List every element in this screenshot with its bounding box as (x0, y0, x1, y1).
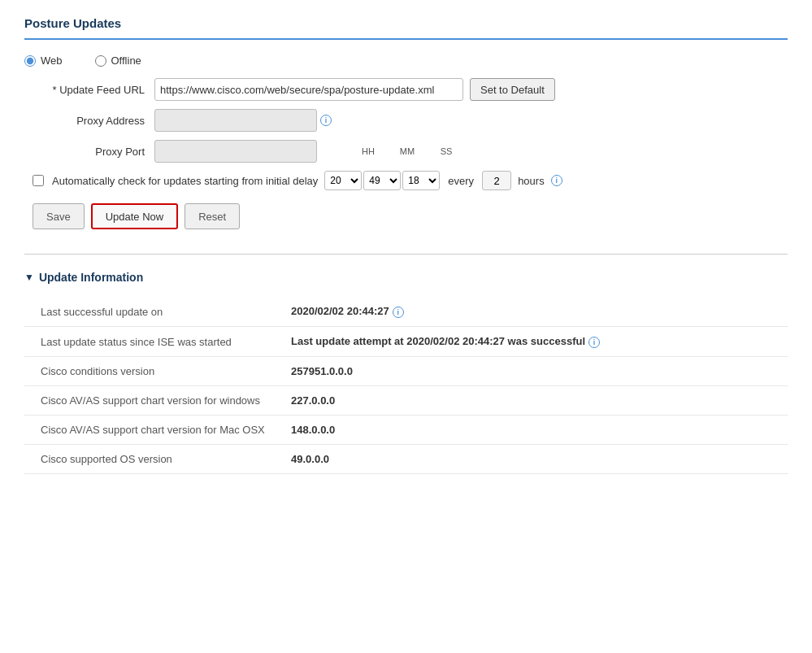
web-radio[interactable] (24, 55, 36, 67)
info-icon[interactable]: i (393, 307, 404, 318)
info-row-label: Cisco supported OS version (24, 445, 284, 474)
web-radio-option[interactable]: Web (24, 54, 63, 67)
update-feed-url-input[interactable] (154, 78, 463, 101)
update-now-button[interactable]: Update Now (91, 203, 179, 229)
time-headers: HH MM SS (350, 146, 465, 156)
proxy-address-row: Proxy Address i (24, 109, 788, 132)
time-selects: 20 49 18 (324, 171, 440, 190)
info-row-label: Cisco AV/AS support chart version for Ma… (24, 416, 284, 445)
update-feed-url-label: * Update Feed URL (24, 84, 154, 96)
auto-check-checkbox[interactable] (33, 175, 44, 186)
hours-label: hours (518, 175, 545, 187)
web-radio-label: Web (41, 54, 63, 67)
update-feed-url-row: * Update Feed URL Set to Default (24, 78, 788, 101)
proxy-port-label: Proxy Port (24, 146, 154, 158)
source-radio-group: Web Offline (24, 54, 788, 67)
info-row-value: 257951.0.0.0 (284, 357, 788, 386)
proxy-address-input[interactable] (154, 109, 317, 132)
offline-radio[interactable] (95, 55, 106, 67)
proxy-address-label: Proxy Address (24, 115, 154, 127)
every-input[interactable] (482, 171, 511, 190)
table-row: Cisco conditions version257951.0.0.0 (24, 357, 788, 386)
info-row-value: 49.0.0.0 (284, 445, 788, 474)
info-row-value: 148.0.0.0 (284, 416, 788, 445)
info-row-value: 2020/02/02 20:44:27i (284, 297, 788, 327)
auto-check-row: Automatically check for updates starting… (24, 171, 788, 190)
update-info-table: Last successful update on2020/02/02 20:4… (24, 297, 788, 474)
info-row-value: 227.0.0.0 (284, 386, 788, 416)
offline-radio-option[interactable]: Offline (95, 54, 141, 67)
mm-header: MM (389, 146, 426, 156)
save-button[interactable]: Save (33, 203, 85, 229)
info-row-value: Last update attempt at 2020/02/02 20:44:… (284, 327, 788, 357)
table-row: Last successful update on2020/02/02 20:4… (24, 297, 788, 327)
table-row: Cisco AV/AS support chart version for Ma… (24, 416, 788, 445)
hh-select[interactable]: 20 (324, 171, 362, 190)
set-to-default-button[interactable]: Set to Default (470, 78, 555, 101)
proxy-address-info-icon[interactable]: i (320, 115, 332, 126)
info-row-label: Cisco AV/AS support chart version for wi… (24, 386, 284, 416)
update-info-label: Update Information (39, 271, 143, 284)
update-info-title[interactable]: ▼ Update Information (24, 271, 788, 284)
table-row: Last update status since ISE was started… (24, 327, 788, 357)
mm-select[interactable]: 49 (363, 171, 401, 190)
info-row-label: Cisco conditions version (24, 357, 284, 386)
action-buttons-row: Save Update Now Reset (33, 203, 788, 229)
ss-header: SS (428, 146, 465, 156)
reset-button[interactable]: Reset (185, 203, 240, 229)
offline-radio-label: Offline (111, 54, 141, 67)
table-row: Cisco AV/AS support chart version for wi… (24, 386, 788, 416)
info-row-label: Last update status since ISE was started (24, 327, 284, 357)
collapse-arrow-icon: ▼ (24, 272, 34, 283)
info-row-label: Last successful update on (24, 297, 284, 327)
proxy-port-input[interactable] (154, 140, 317, 163)
proxy-port-row: Proxy Port HH MM SS (24, 140, 788, 163)
info-icon[interactable]: i (588, 337, 600, 348)
ss-select[interactable]: 18 (402, 171, 440, 190)
section-divider (24, 254, 788, 255)
auto-check-label: Automatically check for updates starting… (52, 175, 318, 187)
every-label: every (448, 175, 474, 187)
hours-info-icon[interactable]: i (551, 175, 562, 186)
table-row: Cisco supported OS version49.0.0.0 (24, 445, 788, 474)
posture-updates-title: Posture Updates (24, 16, 788, 40)
hh-header: HH (350, 146, 387, 156)
